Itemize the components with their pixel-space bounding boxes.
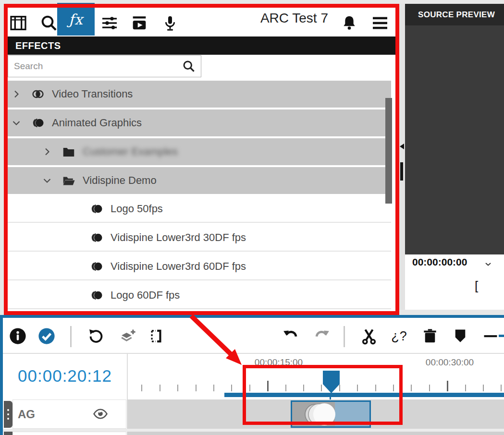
ag-icon bbox=[89, 288, 104, 302]
settings-sliders-icon[interactable] bbox=[100, 13, 119, 33]
timecode-cell: 00:00:20:12 bbox=[3, 354, 127, 398]
tree-item-label: Vidispine Lower3rd 60DF fps bbox=[111, 260, 246, 273]
ruler-minor-tick bbox=[213, 385, 214, 391]
timeline-clip[interactable] bbox=[291, 400, 371, 428]
chevron-down-icon[interactable] bbox=[483, 259, 493, 269]
chevron-right-icon[interactable] bbox=[41, 146, 53, 157]
ruler-minor-tick bbox=[429, 385, 430, 391]
add-marker-icon[interactable] bbox=[451, 327, 469, 345]
page-title: ARC Test 7 bbox=[215, 11, 328, 26]
transition-icon bbox=[31, 87, 45, 101]
ruler-minor-tick bbox=[141, 385, 142, 391]
undo-icon[interactable] bbox=[282, 327, 300, 345]
track-name: AG bbox=[18, 408, 35, 421]
tree-item-label: Logo 60DF fps bbox=[111, 289, 180, 302]
tree-item-vidispine-demo[interactable]: Vidispine Demo bbox=[4, 167, 391, 194]
tree-item-label: Animated Graphics bbox=[52, 117, 142, 129]
tree-item-logo-60df-fps[interactable]: Logo 60DF fps bbox=[4, 282, 391, 309]
scissors-icon[interactable] bbox=[360, 327, 378, 345]
track-drag-handle[interactable] bbox=[4, 401, 12, 428]
collapse-panel-icon[interactable] bbox=[400, 144, 404, 149]
chevron-right-icon[interactable] bbox=[11, 88, 22, 100]
ruler-minor-tick bbox=[177, 385, 178, 391]
ruler-minor-tick bbox=[357, 385, 358, 391]
tree-item-logo-50fps[interactable]: Logo 50fps bbox=[4, 196, 391, 223]
ruler-timecode-label: 00:00:30:00 bbox=[426, 357, 474, 368]
tree-item-label: Logo 50fps bbox=[111, 203, 163, 215]
check-circle-icon[interactable] bbox=[37, 327, 56, 345]
search-box bbox=[8, 55, 201, 77]
chevron-down-icon[interactable] bbox=[41, 175, 53, 186]
rotate-ccw-icon[interactable] bbox=[87, 327, 105, 345]
ag-icon bbox=[31, 116, 45, 130]
source-preview-header: SOURCE PREVIEW bbox=[405, 4, 504, 25]
toolbar-divider bbox=[70, 326, 72, 347]
ruler-timecode-label: 00:00:15:00 bbox=[255, 357, 303, 368]
tree-item-vidispine-lower3rd-60df-fps[interactable]: Vidispine Lower3rd 60DF fps bbox=[4, 254, 391, 280]
tree-item-animated-graphics[interactable]: Animated Graphics bbox=[4, 109, 391, 136]
ruler-minor-tick bbox=[465, 385, 466, 391]
media-bin-icon[interactable] bbox=[9, 13, 28, 33]
zoom-out-icon[interactable] bbox=[481, 327, 500, 345]
redo-icon[interactable] bbox=[313, 327, 331, 345]
folder-open-icon bbox=[61, 173, 76, 188]
toolbar-divider bbox=[344, 326, 345, 347]
track-lane[interactable] bbox=[127, 432, 504, 435]
chevron-down-icon[interactable] bbox=[11, 117, 22, 129]
ruler-minor-tick bbox=[501, 385, 502, 391]
ruler-minor-tick bbox=[375, 385, 376, 391]
ruler-minor-tick bbox=[285, 385, 286, 391]
timeline-range-bar[interactable] bbox=[224, 393, 504, 397]
ag-icon bbox=[89, 230, 104, 245]
search-input[interactable] bbox=[8, 61, 182, 72]
tree-item-customer-examples[interactable]: Customer Examples bbox=[4, 138, 391, 165]
panel-divider[interactable] bbox=[399, 4, 405, 310]
ruler-minor-tick bbox=[393, 385, 394, 391]
search-icon[interactable] bbox=[39, 13, 59, 33]
effects-fx-icon: ƒx bbox=[69, 11, 83, 28]
playhead-marker[interactable] bbox=[323, 371, 340, 393]
effects-panel-header: EFFECTS bbox=[8, 36, 396, 55]
ruler-minor-tick bbox=[321, 385, 322, 391]
tree-scrollbar-thumb[interactable] bbox=[385, 98, 392, 204]
info-icon[interactable] bbox=[9, 327, 27, 345]
add-layer-icon[interactable] bbox=[118, 327, 136, 345]
current-timecode[interactable]: 00:00:20:12 bbox=[18, 366, 112, 386]
ruler-minor-tick bbox=[411, 385, 412, 391]
zoom-slider-fragment[interactable] bbox=[499, 335, 504, 337]
microphone-icon[interactable] bbox=[160, 13, 180, 33]
tree-item-label: Customer Examples bbox=[83, 145, 178, 158]
track-header: AG bbox=[12, 399, 126, 429]
effects-tree: Video TransitionsAnimated GraphicsCustom… bbox=[4, 81, 391, 311]
mark-in-button[interactable]: [ bbox=[475, 278, 478, 293]
source-timecode[interactable]: 00:00:00:00 bbox=[412, 256, 467, 268]
search-submit-icon[interactable] bbox=[182, 59, 196, 73]
unlink-icon[interactable]: ¿? bbox=[390, 327, 408, 345]
tab-effects[interactable]: ƒx bbox=[57, 3, 95, 36]
ruler-major-tick bbox=[267, 381, 269, 391]
track-visibility-eye-icon[interactable] bbox=[92, 406, 109, 422]
tree-item-label: Vidispine Lower3rd 30DF fps bbox=[111, 231, 246, 244]
track-drag-handle[interactable] bbox=[4, 432, 12, 435]
ruler-minor-tick bbox=[303, 385, 304, 391]
tree-item-vidispine-lower3rd-30df-fps[interactable]: Vidispine Lower3rd 30DF fps bbox=[4, 225, 391, 252]
tree-item-video-transitions[interactable]: Video Transitions bbox=[4, 81, 391, 108]
clip-selected-region bbox=[335, 402, 369, 426]
side-panel-icon[interactable] bbox=[147, 327, 165, 345]
animated-graphics-clip-icon bbox=[303, 403, 337, 426]
ruler-major-tick bbox=[447, 381, 448, 391]
tree-item-label: Video Transitions bbox=[52, 88, 133, 100]
bell-icon[interactable] bbox=[340, 13, 359, 33]
timeline-ruler[interactable]: 00:00:15:0000:00:30:00 bbox=[128, 354, 504, 398]
folder-closed-icon bbox=[61, 145, 76, 159]
track-header bbox=[12, 432, 126, 435]
export-video-icon[interactable] bbox=[130, 13, 149, 33]
ruler-minor-tick bbox=[196, 385, 197, 391]
panel-resize-handle[interactable] bbox=[400, 162, 403, 181]
ruler-minor-tick bbox=[249, 385, 250, 391]
trash-icon[interactable] bbox=[421, 327, 439, 345]
ruler-minor-tick bbox=[483, 385, 484, 391]
ruler-minor-tick bbox=[231, 385, 232, 391]
menu-icon[interactable] bbox=[370, 13, 390, 33]
application-window: ƒx ARC Test 7 EFFECTS Video TransitionsA… bbox=[0, 0, 504, 435]
